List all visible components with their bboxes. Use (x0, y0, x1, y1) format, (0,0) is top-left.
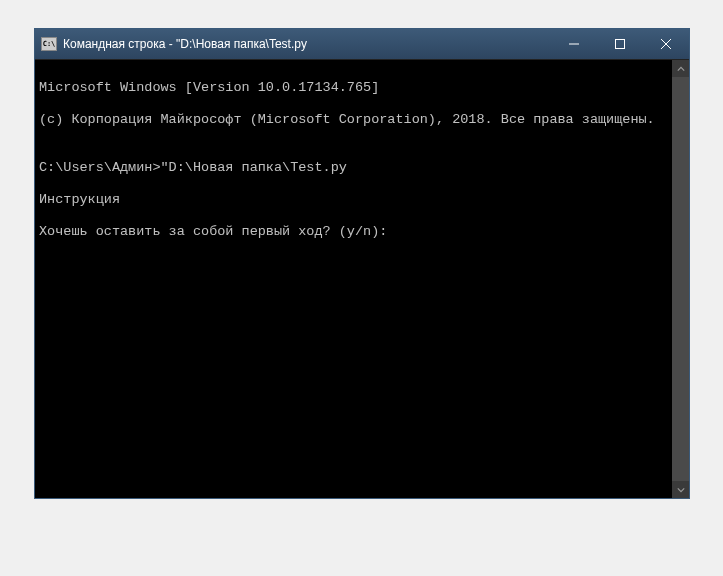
chevron-down-icon (677, 486, 685, 494)
scrollbar[interactable] (672, 60, 689, 498)
close-icon (661, 39, 671, 49)
minimize-button[interactable] (551, 29, 597, 59)
scroll-up-button[interactable] (672, 60, 689, 77)
scroll-down-button[interactable] (672, 481, 689, 498)
window-title: Командная строка - "D:\Новая папка\Test.… (63, 37, 551, 51)
output-line: C:\Users\Админ>"D:\Новая папка\Test.py (39, 160, 668, 176)
output-line: Инструкция (39, 192, 668, 208)
cmd-icon: C:\ (41, 37, 57, 51)
output-line: (c) Корпорация Майкрософт (Microsoft Cor… (39, 112, 668, 128)
close-button[interactable] (643, 29, 689, 59)
chevron-up-icon (677, 65, 685, 73)
output-line: Хочешь оставить за собой первый ход? (y/… (39, 224, 668, 240)
titlebar[interactable]: C:\ Командная строка - "D:\Новая папка\T… (35, 29, 689, 59)
minimize-icon (569, 39, 579, 49)
window-controls (551, 29, 689, 59)
maximize-button[interactable] (597, 29, 643, 59)
svg-rect-1 (616, 40, 625, 49)
terminal-output[interactable]: Microsoft Windows [Version 10.0.17134.76… (35, 60, 672, 498)
cmd-window: C:\ Командная строка - "D:\Новая папка\T… (34, 28, 690, 499)
output-line: Microsoft Windows [Version 10.0.17134.76… (39, 80, 668, 96)
terminal-body: Microsoft Windows [Version 10.0.17134.76… (35, 59, 689, 498)
scroll-track[interactable] (672, 77, 689, 481)
maximize-icon (615, 39, 625, 49)
scroll-thumb[interactable] (672, 77, 689, 481)
